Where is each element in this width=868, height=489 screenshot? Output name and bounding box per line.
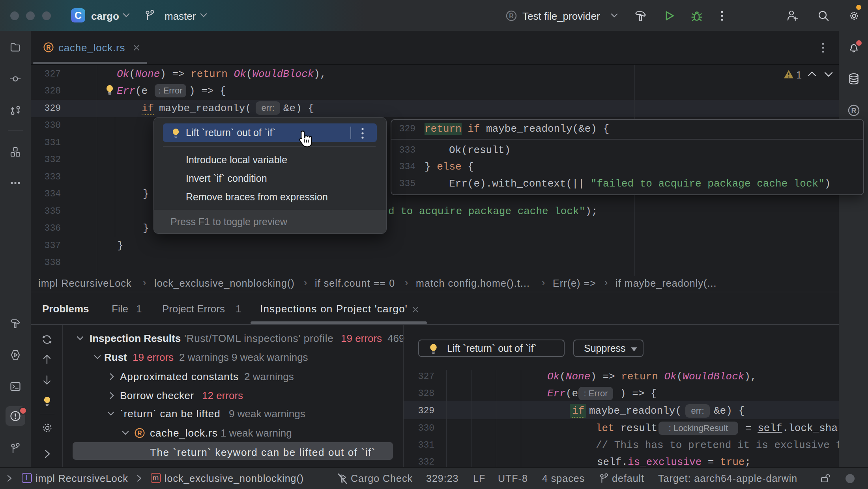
svg-text:R: R	[509, 13, 514, 19]
svg-text:R: R	[137, 430, 142, 437]
svg-text:R: R	[46, 44, 51, 51]
svg-text:R: R	[851, 107, 857, 115]
